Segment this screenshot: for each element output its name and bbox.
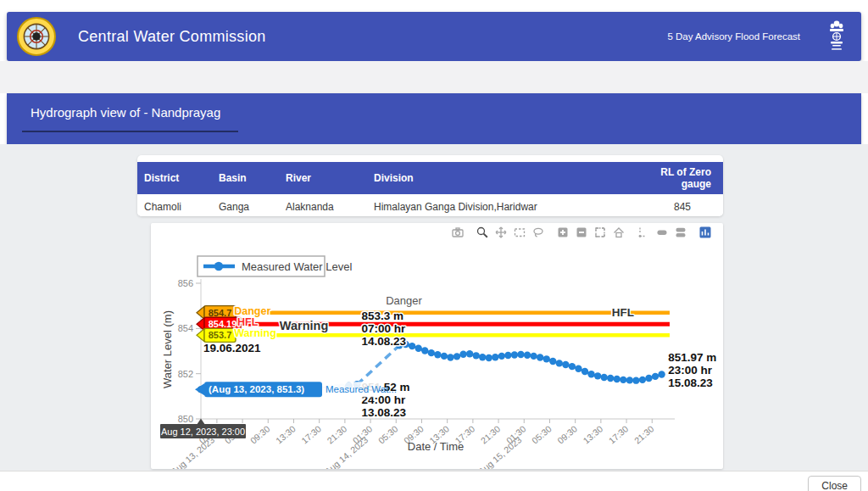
y-tick-label: 854 <box>178 323 193 333</box>
gap-strip <box>0 61 868 93</box>
data-point <box>607 375 614 382</box>
autoscale-icon[interactable] <box>591 224 609 241</box>
data-point <box>434 351 441 358</box>
x-tick-label: 13:30 <box>581 423 604 445</box>
danger-gray-label: Danger <box>386 294 422 307</box>
x-axis-title: Date / Time <box>408 440 464 453</box>
column-header: RL of Zero gauge <box>642 162 723 194</box>
x-tick-label: 21:30 <box>632 423 656 445</box>
plotly-logo-icon[interactable] <box>696 224 715 241</box>
peak-annotation: 853.3 m <box>362 310 404 322</box>
hydrograph-chart[interactable]: 85085285485601:30Aug 13, 202305:3009:301… <box>151 223 723 469</box>
zoom-out-icon[interactable] <box>572 224 591 241</box>
data-point <box>575 365 581 372</box>
warning-line-name: Warning <box>234 327 276 339</box>
data-point <box>492 354 498 360</box>
table-cell: Chamoli <box>137 194 212 216</box>
warning-gray-label: Warning <box>280 319 328 332</box>
column-header: Basin <box>212 162 279 194</box>
toggle-spikelines-icon[interactable] <box>634 224 653 241</box>
table-cell: Ganga <box>212 194 279 216</box>
data-point <box>524 352 531 359</box>
zoom-icon[interactable] <box>473 224 492 241</box>
station-table: DistrictBasinRiverDivisionRL of Zero gau… <box>137 162 723 216</box>
subheader-bar: Hydrograph view of - Nandprayag <box>7 93 861 144</box>
data-point <box>614 376 620 382</box>
footer-bar: Close <box>0 471 868 491</box>
top-spacer <box>0 0 868 12</box>
data-point <box>409 343 415 349</box>
data-point <box>658 371 665 377</box>
x-tick-label: 21:30 <box>325 423 348 445</box>
data-point <box>594 372 601 379</box>
data-point <box>587 371 594 377</box>
column-header: River <box>279 162 367 194</box>
rise-annotation: 13.08.23 <box>362 406 407 419</box>
svg-text:853.7: 853.7 <box>209 330 232 340</box>
y-tick-label: 850 <box>178 414 193 424</box>
svg-text:854.19: 854.19 <box>209 319 237 329</box>
chart-card: 85085285485601:30Aug 13, 202305:3009:301… <box>151 223 723 469</box>
gap-dashed-segment <box>357 345 399 384</box>
data-point <box>652 373 659 380</box>
data-point <box>632 377 639 383</box>
table-cell: Alaknanda <box>279 194 367 216</box>
india-emblem-icon <box>824 20 849 53</box>
content-area: DistrictBasinRiverDivisionRL of Zero gau… <box>0 144 868 471</box>
peak-annotation: 07:00 hr <box>362 322 407 335</box>
x-tick-label: 17:30 <box>607 423 631 445</box>
header-bar: Central Water Commission 5 Day Advisory … <box>7 12 861 61</box>
table-row: ChamoliGangaAlaknandaHimalayan Ganga Div… <box>137 194 723 216</box>
latest-annotation: 23:00 hr <box>668 364 713 377</box>
column-header: Division <box>367 162 642 194</box>
hover-compare-icon[interactable] <box>671 224 690 241</box>
data-point <box>453 353 460 360</box>
data-point <box>486 354 492 361</box>
svg-text:(Aug 13, 2023, 851.3): (Aug 13, 2023, 851.3) <box>209 384 304 394</box>
x-tick-label: 05:30 <box>530 423 554 445</box>
camera-icon[interactable] <box>448 224 467 241</box>
svg-text:854.7: 854.7 <box>209 308 232 318</box>
peak-annotation: 14.08.23 <box>362 335 407 348</box>
data-point <box>428 349 435 356</box>
x-tick-label: 13:30 <box>274 423 298 445</box>
table-cell: 845 <box>642 194 723 216</box>
date-annotation: 19.06.2021 <box>203 342 261 354</box>
data-point <box>549 358 556 365</box>
data-point <box>504 352 511 359</box>
legend-label: Measured Water Level <box>242 260 352 273</box>
x-tick-label: 05:30 <box>376 423 400 445</box>
data-point <box>556 360 563 366</box>
data-point <box>543 355 550 362</box>
data-point <box>441 353 448 360</box>
x-tick-label: 09:30 <box>248 423 272 445</box>
title-underline <box>22 131 238 132</box>
data-point <box>600 374 607 381</box>
page: Central Water Commission 5 Day Advisory … <box>0 0 868 471</box>
y-tick-label: 856 <box>178 278 193 288</box>
zoom-in-icon[interactable] <box>554 224 572 241</box>
x-tick-label: 09:30 <box>555 423 579 445</box>
reset-axes-icon[interactable] <box>609 224 628 241</box>
data-point <box>472 352 479 359</box>
app-title: Central Water Commission <box>78 28 266 46</box>
data-point <box>498 353 505 360</box>
close-button[interactable]: Close <box>808 476 861 491</box>
box-select-icon[interactable] <box>510 224 529 241</box>
data-point <box>421 347 428 354</box>
x-tick-date-label: Aug 13, 2023 <box>170 434 217 469</box>
data-point <box>517 351 524 358</box>
data-point <box>626 377 633 383</box>
table-header-row: DistrictBasinRiverDivisionRL of Zero gau… <box>137 162 723 194</box>
advisory-label: 5 Day Advisory Flood Forecast <box>667 31 800 42</box>
latest-annotation: 851.97 m <box>668 351 716 364</box>
hover-closest-icon[interactable] <box>653 224 671 241</box>
data-point <box>581 368 588 375</box>
hover-trace-label: Measured Wat... <box>326 384 397 394</box>
danger-line-name: Danger <box>234 305 270 317</box>
y-axis-title: Water Level (m) <box>161 310 174 388</box>
lasso-icon[interactable] <box>529 224 548 241</box>
pan-icon[interactable] <box>492 224 510 241</box>
data-point <box>415 345 422 352</box>
y-tick-label: 852 <box>178 369 193 379</box>
